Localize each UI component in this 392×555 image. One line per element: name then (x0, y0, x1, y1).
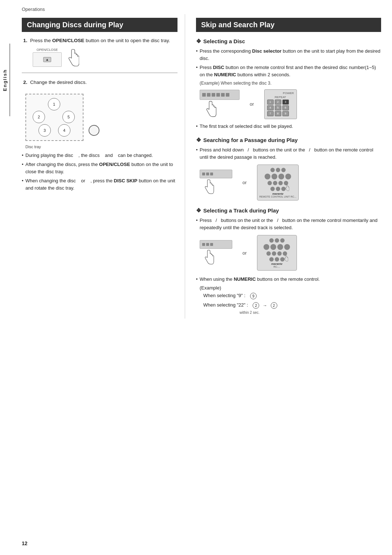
marantz-label-2: marantz (271, 262, 282, 266)
hand-on-remote-2 (283, 255, 288, 262)
r2-btn-rev (270, 244, 276, 250)
left-bullet-2: After changing the discs, press the OPEN… (22, 161, 177, 175)
top-label: Operations (0, 0, 392, 14)
marantz-label-1: marantz (272, 192, 283, 195)
page-container: Operations English Changing Discs during… (0, 0, 392, 555)
strip-btn-2 (207, 93, 211, 97)
standalone-disc (89, 125, 99, 136)
power-label: POWER (267, 92, 294, 95)
r2-btn-stop (280, 238, 285, 243)
example-22-line: When selecting "22" : 2 → 2 (203, 302, 381, 309)
strip-btn-5 (221, 93, 225, 97)
t-btn-2 (206, 243, 209, 246)
strip-btn-6 (226, 93, 229, 97)
diamond-icon-2: ❖ (196, 137, 201, 143)
numeric-bullet: When using the NUMERIC buttons on the re… (196, 276, 381, 283)
hand-pointer-icon-1 (65, 49, 79, 67)
disc-tray-label: Disc tray (25, 145, 83, 149)
open-close-button-diag: ▲ (43, 57, 51, 62)
disc-tray-diagram-container: 1 2 5 3 4 Disc tray (25, 90, 177, 149)
disc-btn-7: 7 (267, 111, 274, 116)
step-2-num: 2. (23, 80, 27, 85)
sidebar-english: English (0, 44, 10, 116)
disc-btn-2: 2 (275, 100, 281, 105)
remote-extra-row (270, 187, 286, 191)
search-diagram: or (200, 165, 381, 200)
left-bullet-1: During playing the disc , the discs and … (22, 152, 177, 159)
search-remote-diag: marantz REMOTE CONTROL UNIT RC... (257, 165, 299, 200)
strip-btn-3 (212, 93, 215, 97)
left-section-title: Changing Discs during Play (22, 18, 177, 32)
disc-skip-bold: DISC SKIP (114, 178, 138, 183)
step-1-text: Press the OPEN/CLOSE button on the unit … (30, 38, 170, 43)
or-text-2: or (242, 180, 247, 185)
remote-unit-label-1: REMOTE CONTROL UNIT RC... (260, 195, 297, 198)
columns-layout: Changing Discs during Play 1. Press the … (0, 14, 392, 319)
track-remote-diag: marantz RC-... (257, 235, 297, 271)
arrow-icon: → (263, 303, 267, 308)
disc-selector-diagram: or POWER REPEAT 1 2 3 4 5 (200, 89, 381, 119)
left-bullets: During playing the disc , the discs and … (22, 152, 177, 192)
hand-icon-track (202, 250, 214, 265)
search-unit-diag (200, 170, 232, 195)
divider-1 (22, 73, 177, 73)
disc-btn-1: 1 (267, 100, 274, 105)
example-text: (Example) (200, 285, 221, 291)
or-text-1: or (250, 101, 254, 107)
r2-btn-a (266, 251, 271, 256)
t-btn-1 (202, 243, 205, 246)
r-btn-rev (271, 174, 277, 179)
remote-mid-row (265, 174, 291, 179)
disc-btn-5: 5 (275, 105, 281, 110)
disc-selector-bold: Disc selector (252, 48, 282, 54)
s-btn-2 (206, 173, 209, 175)
repeat-label-1: REPEAT (267, 96, 294, 99)
r2-btn-b (272, 251, 276, 256)
r-btn-pause (276, 168, 280, 172)
r-btn-play (270, 168, 275, 172)
disc-sel-visual: POWER REPEAT 1 2 3 4 5 6 (264, 89, 297, 119)
operations-label: Operations (22, 7, 45, 12)
s-btn-1 (202, 173, 205, 175)
step-2: 2. Change the desired discs. (22, 79, 177, 86)
strip-btn-4 (216, 93, 220, 97)
step-2-text: Change the desired discs. (30, 80, 87, 85)
remote-top-row (270, 168, 286, 172)
example1-text: When selecting "9" : (203, 293, 245, 299)
step-1: 1. Press the OPEN/CLOSE button on the un… (22, 37, 177, 44)
selecting-track-title: Selecting a Track during Play (203, 207, 279, 214)
s-btn-3 (210, 173, 213, 175)
page-number: 12 (22, 540, 28, 546)
within-text: within 2 sec. (240, 311, 260, 315)
unit-strip-1 (200, 90, 240, 118)
r-btn-prev (265, 174, 270, 179)
strip-btn-1 (202, 93, 206, 97)
disc-3: 3 (38, 124, 51, 137)
left-column: Changing Discs during Play 1. Press the … (11, 14, 185, 319)
numeric-examples-section: When using the NUMERIC buttons on the re… (196, 276, 381, 315)
selecting-disc-header: ❖ Selecting a Disc (196, 38, 381, 45)
numeric-bold-2: NUMERIC (234, 276, 256, 282)
disc-tray-box: 1 2 5 3 4 (25, 94, 83, 141)
unit-strip-visual (200, 90, 240, 100)
r-btn-a (268, 181, 272, 185)
hand-icon-search (202, 179, 214, 194)
r-btn-g (281, 187, 286, 191)
selecting-disc-title: Selecting a Disc (203, 38, 245, 44)
r-btn-e (270, 187, 275, 191)
example-9-line: When selecting "9" : 9 (203, 293, 381, 299)
disc-btn-6: 6 (282, 105, 289, 110)
disc-example-label: (Example) When selecting the disc 3. (200, 81, 381, 86)
remote2-top-row (269, 238, 285, 243)
disc-btn-8: 8 (275, 111, 281, 116)
numeric-bold: NUMERIC (214, 72, 236, 77)
disc-row-2: 4 5 6 (267, 105, 294, 110)
right-bullet-disc-1: Press the corresponding Disc selector bu… (196, 48, 381, 62)
searching-header: ❖ Searching for a Passage during Play (196, 137, 381, 143)
searching-title: Searching for a Passage during Play (203, 137, 298, 143)
r2-btn-pause (275, 238, 279, 243)
diamond-icon-3: ❖ (196, 207, 201, 214)
disc-2: 2 (33, 111, 45, 123)
selecting-track-header: ❖ Selecting a Track during Play (196, 207, 381, 214)
hand-icon-disc (203, 101, 216, 117)
